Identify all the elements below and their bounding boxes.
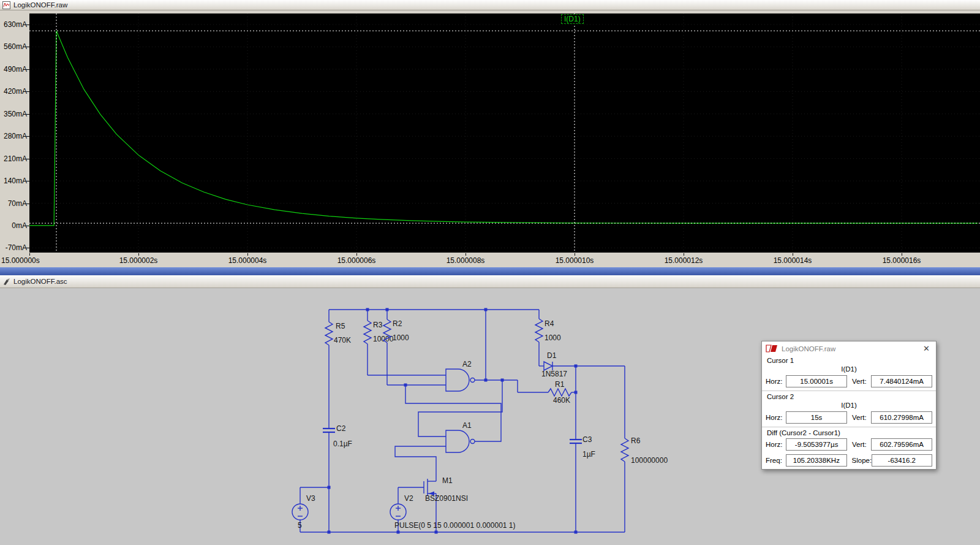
- trace-label[interactable]: I(D1): [561, 14, 584, 24]
- label-r4-value: 1000: [545, 333, 561, 342]
- waveform-plot-svg[interactable]: [29, 13, 980, 253]
- waveform-window-title: LogikONOFF.raw: [13, 1, 67, 9]
- schematic-window-title: LogikONOFF.asc: [13, 278, 67, 285]
- label-d1-name: D1: [547, 351, 557, 360]
- component-r6[interactable]: R6 100000000: [621, 436, 668, 465]
- label-c2-name: C2: [336, 424, 346, 433]
- label-r1-value: 460K: [553, 396, 570, 405]
- y-axis-tick-mark: [26, 159, 29, 159]
- schematic-window-icon: [2, 278, 10, 286]
- label-m1-name: M1: [442, 476, 453, 485]
- slope-label: Slope:: [852, 457, 872, 464]
- label-c2-value: 0.1µF: [333, 440, 352, 448]
- diff-horz-field[interactable]: -9.5053977µs: [786, 438, 847, 451]
- slope-field[interactable]: -63416.2: [872, 454, 932, 467]
- diff-horz-label: Horz:: [766, 441, 786, 448]
- label-r2-name: R2: [393, 319, 402, 328]
- component-a1-nand-gate[interactable]: A1: [446, 421, 475, 452]
- component-d1[interactable]: D1 1N5817: [541, 351, 567, 378]
- close-icon[interactable]: ✕: [921, 344, 932, 353]
- label-m1-value: BSZ0901NSI: [425, 494, 468, 503]
- cursor1-section-label: Cursor 1: [762, 355, 936, 365]
- diff-vert-label: Vert:: [852, 441, 871, 448]
- x-axis-tick-mark: [247, 253, 248, 256]
- component-m1-mosfet[interactable]: M1 BSZ0901NSI: [424, 473, 468, 503]
- x-axis-tick-label: 15.000014s: [768, 256, 817, 265]
- component-r4[interactable]: R4 1000: [535, 319, 561, 342]
- y-axis-tick-label: 280mA: [0, 132, 27, 140]
- freq-field[interactable]: 105.20338KHz: [786, 454, 846, 467]
- freq-label: Freq:: [766, 457, 786, 464]
- y-axis-tick-mark: [26, 69, 29, 70]
- component-r5[interactable]: R5 470K: [325, 322, 351, 345]
- component-r1[interactable]: R1 460K: [548, 380, 571, 405]
- label-a2-name: A2: [462, 360, 472, 368]
- x-axis-tick-mark: [684, 253, 684, 256]
- label-r4-name: R4: [545, 319, 554, 328]
- label-v3-name: V3: [306, 494, 315, 503]
- y-axis-tick-mark: [26, 91, 29, 92]
- y-axis-tick-label: -70mA: [0, 243, 27, 252]
- ltspice-logo-icon: [766, 345, 778, 353]
- label-r6-name: R6: [631, 436, 641, 445]
- window-splitter[interactable]: [0, 267, 980, 275]
- cursor1-horz-field[interactable]: 15.00001s: [786, 375, 847, 387]
- label-r2-value: 1000: [393, 333, 409, 342]
- x-axis-tick-label: 15.000006s: [332, 256, 381, 265]
- waveform-window-icon: [2, 1, 10, 9]
- cursor-dialog[interactable]: LogikONOFF.raw ✕ Cursor 1 I(D1) Horz: 15…: [761, 341, 937, 470]
- waveform-window-titlebar[interactable]: LogikONOFF.raw: [0, 0, 980, 10]
- x-axis-tick-label: 15.000004s: [223, 256, 272, 265]
- x-axis-tick-mark: [575, 253, 575, 256]
- cursor2-vert-field[interactable]: 610.27998mA: [871, 411, 932, 424]
- x-axis-tick-label: 15.000010s: [550, 256, 599, 265]
- label-a1-name: A1: [462, 421, 472, 430]
- cursor1-horz-label: Horz:: [766, 378, 786, 385]
- label-r5-value: 470K: [334, 336, 351, 345]
- label-c3-value: 1µF: [582, 450, 595, 459]
- label-r6-value: 100000000: [631, 456, 668, 465]
- trace-id1[interactable]: [29, 31, 978, 226]
- y-axis-tick-label: 140mA: [0, 177, 27, 185]
- label-d1-value: 1N5817: [541, 370, 567, 378]
- waveform-pane[interactable]: I(D1) 630mA560mA490mA420mA350mA280mA210m…: [0, 10, 980, 267]
- label-v3-value: 5: [298, 521, 302, 530]
- cursor2-horz-label: Horz:: [766, 414, 786, 421]
- y-axis-tick-label: 350mA: [0, 110, 27, 118]
- x-axis-tick-label: 15.000000s: [1, 256, 50, 265]
- y-axis-tick-label: 0mA: [0, 221, 27, 230]
- component-c3[interactable]: C3 1µF: [570, 435, 595, 459]
- y-axis-tick-mark: [26, 47, 29, 47]
- cursor2-trace-name: I(D1): [762, 401, 936, 410]
- component-v3-source[interactable]: V3 5: [292, 494, 315, 530]
- cursor-dialog-titlebar[interactable]: LogikONOFF.raw ✕: [762, 341, 936, 355]
- component-r3[interactable]: R3 10000: [364, 321, 394, 344]
- cursor1-trace-name: I(D1): [762, 365, 936, 374]
- y-axis-tick-mark: [26, 248, 29, 248]
- component-a2-nand-gate[interactable]: A2: [446, 360, 475, 391]
- component-c2[interactable]: C2 0.1µF: [323, 424, 352, 448]
- cursor-dialog-title: LogikONOFF.raw: [782, 345, 835, 353]
- plot-grid: [29, 13, 980, 253]
- y-axis-tick-mark: [26, 25, 29, 25]
- cursor1-vert-field[interactable]: 7.4840124mA: [871, 375, 932, 387]
- cursor2-horz-field[interactable]: 15s: [786, 411, 847, 424]
- x-axis-tick-mark: [466, 253, 466, 256]
- y-axis-tick-label: 490mA: [0, 65, 27, 74]
- x-axis-tick-mark: [29, 253, 30, 256]
- x-axis-tick-mark: [138, 253, 139, 256]
- cursor1-vert-label: Vert:: [852, 378, 871, 385]
- y-axis-tick-label: 630mA: [0, 20, 27, 29]
- label-v2-value: PULSE(0 5 15 0.000001 0.000001 1): [394, 521, 515, 530]
- cursor2-vert-label: Vert:: [852, 414, 871, 421]
- y-axis-tick-mark: [26, 181, 29, 181]
- y-axis-tick-mark: [26, 114, 29, 115]
- diff-vert-field[interactable]: 602.79596mA: [871, 438, 932, 451]
- schematic-window-titlebar[interactable]: LogikONOFF.asc: [0, 275, 980, 288]
- y-axis-tick-label: 560mA: [0, 42, 27, 51]
- x-axis-tick-label: 15.000002s: [114, 256, 163, 265]
- label-r3-name: R3: [373, 321, 383, 329]
- x-axis-tick-mark: [356, 253, 357, 256]
- y-axis-tick-mark: [26, 204, 29, 204]
- x-axis-tick-label: 15.000008s: [441, 256, 490, 265]
